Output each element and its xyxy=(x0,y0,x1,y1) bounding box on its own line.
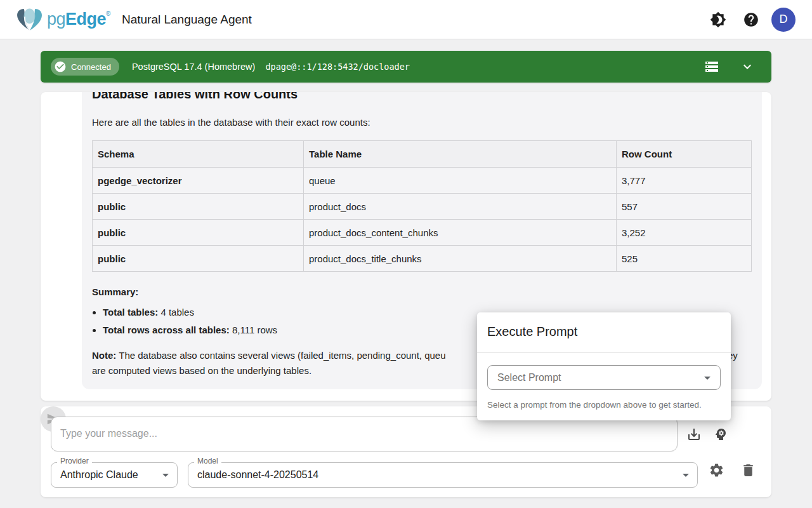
model-select-value: claude-sonnet-4-20250514 xyxy=(197,469,318,481)
note-line2: are computed views based on the underlyi… xyxy=(92,365,311,376)
settings-button[interactable] xyxy=(704,457,729,483)
model-select-label: Model xyxy=(194,457,221,465)
connection-bar[interactable]: Connected PostgreSQL 17.4 (Homebrew) dpa… xyxy=(41,51,771,83)
table-row: public product_docs_title_chunks 525 xyxy=(93,246,752,272)
connection-string: dpage@::1/128:5432/docloader xyxy=(265,62,410,72)
bullet-value: 4 tables xyxy=(158,307,194,318)
table-header-row: Schema Table Name Row Count xyxy=(93,141,752,168)
dark-mode-toggle-button[interactable] xyxy=(705,7,731,32)
cell-row-count: 557 xyxy=(617,194,752,220)
connection-status-label: Connected xyxy=(71,62,111,72)
arrow-drop-down-icon xyxy=(158,467,173,483)
col-schema: Schema xyxy=(93,141,304,168)
provider-select-label: Provider xyxy=(57,457,92,465)
bullet-label: Total tables: xyxy=(103,307,158,318)
note-line1: The database also contains several views… xyxy=(116,350,445,361)
cell-row-count: 3,777 xyxy=(617,168,752,194)
provider-select[interactable]: Provider Anthropic Claude xyxy=(51,462,178,488)
connection-list-button[interactable] xyxy=(699,54,724,79)
cell-table-name: product_docs_content_chunks xyxy=(304,220,617,246)
select-prompt-value: Select Prompt xyxy=(497,372,561,384)
trash-icon xyxy=(740,462,756,478)
bullet-value: 8,111 rows xyxy=(230,324,277,335)
connection-collapse-button[interactable] xyxy=(735,54,760,79)
storage-list-icon xyxy=(704,59,719,74)
row-counts-table: Schema Table Name Row Count pgedge_vecto… xyxy=(92,140,752,272)
arrow-drop-down-icon xyxy=(678,467,693,483)
select-prompt-dropdown[interactable]: Select Prompt xyxy=(487,365,721,390)
cell-row-count: 3,252 xyxy=(617,220,752,246)
message-input[interactable] xyxy=(51,417,678,451)
bullet-label: Total rows across all tables: xyxy=(103,324,230,335)
note-label: Note: xyxy=(92,350,116,361)
table-row: public product_docs_content_chunks 3,252 xyxy=(93,220,752,246)
col-row-count: Row Count xyxy=(617,141,752,168)
execute-prompt-panel: Execute Prompt Select Prompt Select a pr… xyxy=(477,312,731,420)
help-icon xyxy=(743,11,759,28)
server-version: PostgreSQL 17.4 (Homebrew) xyxy=(132,62,256,72)
cell-schema: public xyxy=(93,246,304,272)
cell-row-count: 525 xyxy=(617,246,752,272)
cell-table-name: queue xyxy=(304,168,617,194)
pgedge-logo-text: pgEdge® xyxy=(47,10,110,29)
pgedge-logo-icon xyxy=(15,8,44,32)
ai-prompt-button[interactable] xyxy=(708,422,733,447)
cell-schema: public xyxy=(93,194,304,220)
clear-conversation-button[interactable] xyxy=(735,457,761,483)
psychology-icon xyxy=(713,427,728,442)
dark-mode-icon xyxy=(710,11,726,28)
gear-icon xyxy=(709,462,724,478)
download-button[interactable] xyxy=(681,422,707,447)
cell-schema: pgedge_vectorizer xyxy=(93,168,304,194)
summary-label: Summary: xyxy=(92,284,752,300)
col-table-name: Table Name xyxy=(304,141,617,168)
app-header: pgEdge® Natural Language Agent D xyxy=(0,0,812,39)
arrow-drop-down-icon xyxy=(700,370,715,385)
table-row: public product_docs 557 xyxy=(93,194,752,220)
user-avatar[interactable]: D xyxy=(771,8,796,32)
cell-schema: public xyxy=(93,220,304,246)
provider-select-value: Anthropic Claude xyxy=(60,469,138,481)
model-select[interactable]: Model claude-sonnet-4-20250514 xyxy=(188,462,698,488)
message-heading: Database Tables with Row Counts xyxy=(92,92,752,102)
divider xyxy=(477,352,731,353)
connection-status-badge: Connected xyxy=(51,58,119,76)
table-row: pgedge_vectorizer queue 3,777 xyxy=(93,168,752,194)
cell-table-name: product_docs_title_chunks xyxy=(304,246,617,272)
pgedge-logo: pgEdge® xyxy=(15,8,110,32)
execute-prompt-title: Execute Prompt xyxy=(487,323,721,340)
cell-table-name: product_docs xyxy=(304,194,617,220)
select-prompt-helper-text: Select a prompt from the dropdown above … xyxy=(487,399,721,411)
message-intro: Here are all the tables in the database … xyxy=(92,115,752,130)
download-icon xyxy=(686,427,702,442)
chevron-down-icon xyxy=(740,59,755,74)
check-circle-icon xyxy=(54,60,67,73)
help-button[interactable] xyxy=(738,7,764,32)
page-title: Natural Language Agent xyxy=(122,13,252,27)
